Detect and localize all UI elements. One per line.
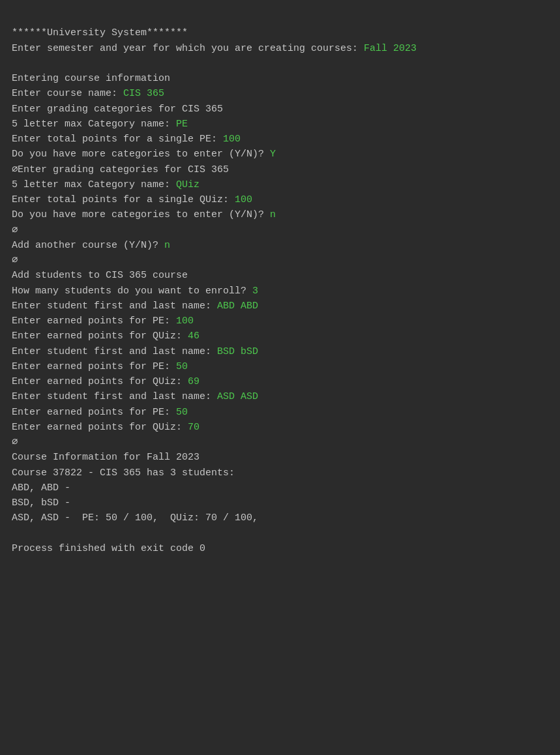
static-text: ∅	[12, 255, 18, 266]
static-text: Add students to CIS 365 course	[12, 270, 188, 281]
user-input-text: 69	[188, 376, 199, 387]
static-text: Do you have more categories to enter (Y/…	[12, 209, 270, 220]
terminal-line: Enter grading categories for CIS 365	[12, 102, 548, 117]
terminal-line: ∅Enter grading categories for CIS 365	[12, 162, 548, 177]
static-text: Entering course information	[12, 73, 170, 84]
terminal-line: Enter course name: CIS 365	[12, 86, 548, 101]
terminal-line: ******University System*******	[12, 25, 548, 40]
user-input-text: ABD ABD	[217, 301, 258, 312]
static-text: Do you have more categories to enter (Y/…	[12, 149, 270, 160]
static-text: Course Information for Fall 2023	[12, 452, 199, 463]
user-input-text: n	[270, 209, 276, 220]
terminal-line: Enter earned points for PE: 50	[12, 405, 548, 420]
static-text: ******University System*******	[12, 27, 188, 38]
terminal-line	[12, 56, 548, 71]
static-text: ABD, ABD -	[12, 482, 70, 494]
static-text: Enter course name:	[12, 88, 123, 99]
terminal-line: How many students do you want to enroll?…	[12, 284, 548, 299]
static-text: Enter student first and last name:	[12, 301, 217, 312]
terminal-line: Process finished with exit code 0	[12, 541, 548, 556]
static-text: Enter earned points for QUiz:	[12, 376, 188, 387]
terminal-line: Enter semester and year for which you ar…	[12, 41, 548, 56]
user-input-text: 46	[188, 331, 199, 342]
static-text: Enter earned points for QUiz:	[12, 331, 188, 342]
user-input-text: 70	[188, 422, 199, 433]
terminal-line: Course 37822 - CIS 365 has 3 students:	[12, 466, 548, 481]
terminal-line: Entering course information	[12, 71, 548, 86]
terminal-line: Enter student first and last name: ABD A…	[12, 299, 548, 314]
user-input-text: 100	[235, 194, 252, 205]
static-text: Enter student first and last name:	[12, 346, 217, 357]
terminal-line: ∅	[12, 253, 548, 268]
static-text: Enter total points for a single PE:	[12, 134, 223, 145]
user-input-text: ASD ASD	[217, 391, 258, 402]
static-text: Enter earned points for PE:	[12, 407, 176, 418]
static-text: How many students do you want to enroll?	[12, 286, 252, 297]
terminal-line: ∅	[12, 435, 548, 450]
static-text: ASD, ASD - PE: 50 / 100, QUiz: 70 / 100,	[12, 512, 258, 524]
terminal-line: Do you have more categories to enter (Y/…	[12, 147, 548, 162]
terminal-output: ******University System*******Enter seme…	[12, 10, 548, 556]
user-input-text: 50	[176, 407, 188, 418]
static-text: 5 letter max Category name:	[12, 119, 176, 130]
static-text: Enter earned points for PE:	[12, 316, 176, 327]
terminal-line: Enter total points for a single QUiz: 10…	[12, 192, 548, 207]
static-text: Enter total points for a single QUiz:	[12, 194, 235, 205]
terminal-line: Do you have more categories to enter (Y/…	[12, 207, 548, 222]
static-text: Enter earned points for PE:	[12, 361, 176, 372]
terminal-line: Enter student first and last name: BSD b…	[12, 344, 548, 359]
terminal-line: 5 letter max Category name: PE	[12, 117, 548, 132]
terminal-line: Enter earned points for PE: 100	[12, 314, 548, 329]
terminal-line: ABD, ABD -	[12, 481, 548, 496]
terminal-line: BSD, bSD -	[12, 496, 548, 511]
static-text: ∅	[12, 437, 18, 448]
terminal-line: Enter total points for a single PE: 100	[12, 132, 548, 147]
terminal-line: Add another course (Y/N)? n	[12, 238, 548, 253]
static-text: Enter student first and last name:	[12, 391, 217, 402]
static-text: Add another course (Y/N)?	[12, 240, 164, 251]
static-text: BSD, bSD -	[12, 497, 70, 509]
terminal-line: Enter earned points for QUiz: 69	[12, 374, 548, 389]
static-text: ∅	[12, 225, 18, 236]
static-text: Enter earned points for QUiz:	[12, 422, 188, 433]
terminal-line: Enter student first and last name: ASD A…	[12, 389, 548, 404]
terminal-line: Enter earned points for PE: 50	[12, 359, 548, 374]
user-input-text: Fall 2023	[364, 43, 417, 54]
user-input-text: 100	[223, 134, 241, 145]
terminal-line: ∅	[12, 223, 548, 238]
static-text: Enter semester and year for which you ar…	[12, 43, 364, 54]
static-text: Enter grading categories for CIS 365	[12, 104, 223, 115]
user-input-text: PE	[176, 119, 188, 130]
user-input-text: CIS 365	[123, 88, 164, 99]
user-input-text: 50	[176, 361, 188, 372]
user-input-text: Y	[270, 149, 276, 160]
user-input-text: 3	[252, 286, 258, 297]
terminal-line: 5 letter max Category name: QUiz	[12, 177, 548, 192]
terminal-line: ASD, ASD - PE: 50 / 100, QUiz: 70 / 100,	[12, 511, 548, 526]
user-input-text: 100	[176, 316, 194, 327]
static-text: 5 letter max Category name:	[12, 179, 176, 190]
terminal-line	[12, 526, 548, 541]
static-text: Process finished with exit code 0	[12, 543, 205, 554]
static-text: Course 37822 - CIS 365 has 3 students:	[12, 467, 235, 479]
terminal-line: Course Information for Fall 2023	[12, 450, 548, 465]
user-input-text: QUiz	[176, 179, 199, 190]
terminal-line: Add students to CIS 365 course	[12, 268, 548, 283]
terminal-line: Enter earned points for QUiz: 46	[12, 329, 548, 344]
user-input-text: BSD bSD	[217, 346, 258, 357]
static-text: ∅Enter grading categories for CIS 365	[12, 164, 229, 175]
user-input-text: n	[164, 240, 170, 251]
terminal-line: Enter earned points for QUiz: 70	[12, 420, 548, 435]
